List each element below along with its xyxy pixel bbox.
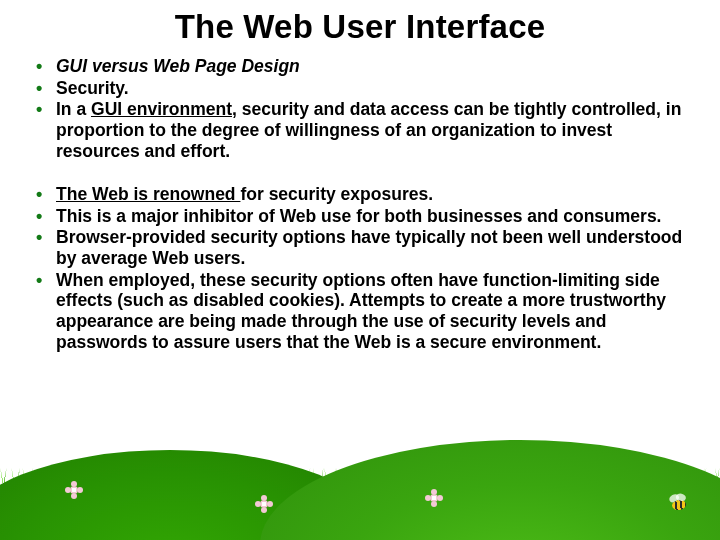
bullet-group-2: The Web is renowned for security exposur… — [30, 184, 690, 352]
grass-decoration — [0, 462, 720, 540]
bullet-group-1: GUI versus Web Page DesignSecurity.In a … — [30, 56, 690, 161]
flower-icon — [430, 494, 438, 502]
bullet-item: This is a major inhibitor of Web use for… — [34, 206, 690, 227]
bullet-item: The Web is renowned for security exposur… — [34, 184, 690, 205]
bullet-item: Browser-provided security options have t… — [34, 227, 690, 268]
bullet-item: GUI versus Web Page Design — [34, 56, 690, 77]
bee-icon — [671, 499, 686, 511]
bullet-item: In a GUI environment, security and data … — [34, 99, 690, 161]
grass-mound-right — [260, 440, 720, 540]
flower-icon — [70, 486, 78, 494]
group-gap — [30, 162, 690, 184]
slide: The Web User Interface GUI versus Web Pa… — [0, 0, 720, 540]
bullet-item: When employed, these security options of… — [34, 270, 690, 353]
bullet-item: Security. — [34, 78, 690, 99]
flower-icon — [260, 500, 268, 508]
grass-mound-left — [0, 450, 380, 540]
grass-blades — [0, 468, 720, 498]
slide-title: The Web User Interface — [30, 8, 690, 46]
